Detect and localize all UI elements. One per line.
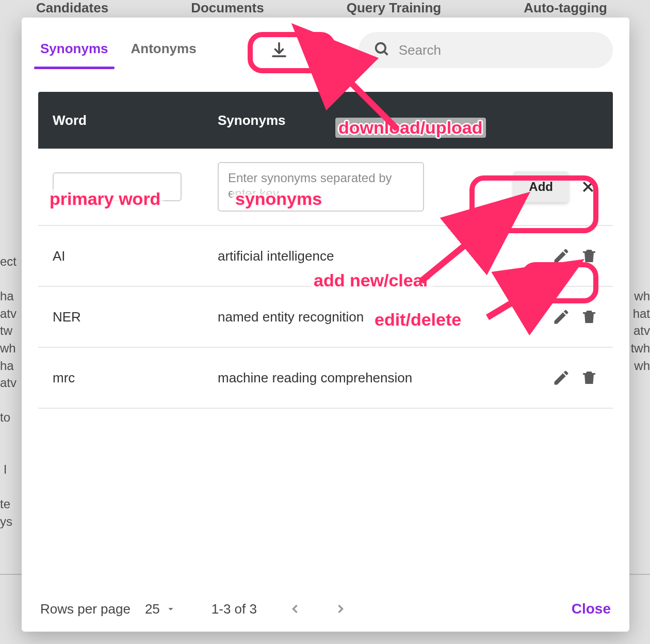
svg-point-0 [376, 43, 385, 53]
tab-antonyms[interactable]: Antonyms [129, 31, 199, 68]
search-input[interactable] [399, 42, 598, 58]
bg-tab: Auto-tagging [524, 0, 607, 16]
cell-synonyms: machine reading comprehension [218, 370, 485, 386]
table-row: mrc machine reading comprehension [38, 348, 613, 409]
pagination: 1-3 of 3 [212, 601, 348, 617]
table-row: NER named entity recognition [38, 287, 613, 348]
dialog-tabs: Synonyms Antonyms [38, 32, 199, 68]
header-word: Word [53, 112, 218, 128]
upload-cloud-icon[interactable] [304, 40, 324, 60]
table-row: AI artificial intelligence [38, 226, 613, 287]
search-icon [373, 40, 391, 60]
cell-synonyms: artificial intelligence [218, 248, 485, 264]
rows-per-page-select[interactable]: 25 [145, 601, 176, 617]
download-icon[interactable] [269, 40, 289, 60]
bg-tab: Documents [191, 0, 264, 16]
rows-per-page-value: 25 [145, 601, 160, 617]
table-header: Word Synonyms [38, 92, 613, 149]
synonyms-table: Word Synonyms Enter synonyms separated b… [38, 92, 613, 409]
delete-icon[interactable] [580, 247, 598, 265]
cell-word: AI [53, 248, 218, 264]
bg-tab: Candidates [36, 0, 108, 16]
chevron-down-icon [165, 603, 176, 615]
download-upload-group [257, 36, 336, 65]
bg-tab: Query Training [347, 0, 442, 16]
synonyms-dialog: Synonyms Antonyms [22, 18, 629, 632]
bg-text-left: ect ha atv tw wh ha atv to I te ys [0, 253, 21, 530]
next-page-icon[interactable] [333, 602, 348, 616]
synonyms-input[interactable]: Enter synonyms separated by enter key [218, 162, 424, 212]
background-tabs: Candidates Documents Query Training Auto… [0, 0, 650, 15]
cell-synonyms: named entity recognition [218, 309, 485, 325]
delete-icon[interactable] [580, 368, 598, 387]
clear-icon[interactable] [578, 176, 598, 197]
bg-text-right: wh hat atv twh wh [629, 253, 650, 374]
synonyms-placeholder: Enter synonyms separated by enter key [228, 171, 392, 200]
cell-word: NER [53, 309, 218, 325]
header-synonyms: Synonyms [218, 112, 485, 128]
svg-line-1 [384, 52, 387, 55]
rows-per-page-label: Rows per page [40, 601, 131, 617]
cell-word: mrc [53, 370, 218, 386]
search-box[interactable] [359, 32, 613, 68]
close-button[interactable]: Close [572, 601, 611, 617]
prev-page-icon[interactable] [288, 602, 302, 616]
dialog-top-row: Synonyms Antonyms [38, 32, 613, 68]
tab-synonyms[interactable]: Synonyms [38, 31, 110, 68]
new-entry-row: Enter synonyms separated by enter key Ad… [38, 149, 613, 226]
delete-icon[interactable] [580, 308, 598, 326]
table-footer: Rows per page 25 1-3 of 3 Close [38, 597, 613, 619]
page-range: 1-3 of 3 [212, 601, 257, 617]
edit-icon[interactable] [552, 368, 571, 387]
primary-word-input[interactable] [53, 172, 182, 201]
add-button[interactable]: Add [513, 171, 568, 202]
edit-icon[interactable] [552, 308, 571, 326]
edit-icon[interactable] [552, 247, 571, 265]
